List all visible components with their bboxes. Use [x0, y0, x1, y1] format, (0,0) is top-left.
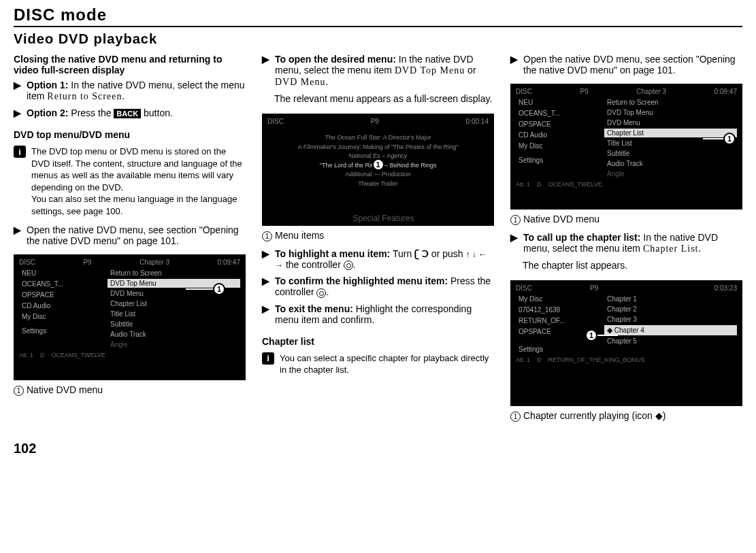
- highlight-text2: or push: [429, 248, 465, 259]
- confirm-bold: To confirm the highlighted menu item:: [275, 275, 448, 286]
- confirm-menu-step: ▶ To confirm the highlighted menu item: …: [262, 275, 494, 297]
- shot-right-item: Angle: [108, 340, 240, 349]
- caption-native-dvd: 1Native DVD menu: [14, 384, 246, 396]
- chapter-list-menu: Chapter List.: [643, 244, 702, 254]
- chapter-4-label: Chapter 4: [614, 326, 644, 334]
- step-marker-icon: ▶: [262, 54, 269, 88]
- step-marker-icon: ▶: [510, 232, 518, 254]
- menu-line: Additional — Production: [267, 170, 489, 180]
- menu-line: The Ocean Full Star: A Director's Major: [267, 133, 489, 143]
- caption-number-icon: 1: [510, 215, 521, 225]
- shot-right-item: Chapter 5: [604, 337, 737, 346]
- shot-right-item: DVD Menu: [604, 118, 737, 127]
- shot-left-item: [516, 152, 604, 154]
- shot-header-p9: P9: [590, 284, 598, 292]
- callout-line: [703, 138, 723, 139]
- caption-text: Chapter currently playing (icon ◆): [523, 410, 665, 421]
- screenshot-chapter-list: DISC P9 0:03:23 My Disc 070412_1638 RETU…: [510, 280, 742, 406]
- shot-header-p9: P9: [83, 258, 91, 266]
- option-2-text-end: button.: [141, 107, 173, 118]
- caption-text: Native DVD menu: [523, 214, 599, 224]
- info-text-1b: You can also set the menu language in th…: [31, 194, 237, 216]
- shot-footer: D: [537, 356, 542, 363]
- page-number: 102: [14, 441, 742, 456]
- callout-1-icon: 1: [723, 133, 736, 145]
- shot-footer: OCEANS_TWELVE: [548, 181, 602, 188]
- shot-header-chapter: Chapter 3: [636, 88, 666, 95]
- caption-text: Native DVD menu: [27, 384, 103, 395]
- page-subtitle: Video DVD playback: [14, 31, 742, 47]
- info-box-1: i The DVD top menu or DVD menu is stored…: [14, 146, 246, 217]
- option-2-step: ▶ Option 2: Press the BACK button.: [14, 107, 246, 118]
- dvd-top-menu-heading: DVD top menu/DVD menu: [14, 129, 246, 140]
- page-title: DISC mode: [14, 5, 742, 27]
- highlight-text1: Turn: [390, 248, 414, 259]
- closing-heading: Closing the native DVD menu and returnin…: [14, 54, 246, 76]
- shot-footer: OCEANS_TWELVE: [52, 352, 105, 358]
- call-chapter-bold: To call up the chapter list:: [523, 232, 640, 243]
- step-marker-icon: ▶: [262, 303, 269, 325]
- screenshot-menu-items: DISC P9 0:00:14 The Ocean Full Star: A D…: [262, 114, 494, 226]
- shot-left-item: Settings: [516, 156, 604, 165]
- shot-right-item-highlighted: Chapter List: [604, 129, 737, 137]
- diamond-icon: ◆: [607, 326, 612, 334]
- shot-right-item: Chapter 1: [604, 295, 737, 303]
- shot-left-item: NEU: [516, 98, 604, 107]
- screenshot-native-dvd-menu-2: DISC P9 Chapter 3 0:09:47 NEU OCEANS_T..…: [510, 84, 742, 210]
- shot-header-disc: DISC: [516, 284, 532, 292]
- menu-line: Theater Trailer: [267, 180, 489, 189]
- caption-chapter-playing: 1Chapter currently playing (icon ◆): [510, 410, 742, 422]
- shot-right-item: Angle: [604, 169, 737, 178]
- callout-line: [186, 288, 213, 290]
- screenshot-native-dvd-menu-1: DISC P9 Chapter 3 0:09:47 NEU OCEANS_T..…: [14, 254, 246, 380]
- shot-header-p9: P9: [371, 118, 379, 125]
- shot-header-time: 0:03:23: [714, 284, 737, 292]
- shot-header-chapter: Chapter 3: [139, 258, 169, 266]
- highlight-text3: the controller: [283, 259, 344, 270]
- shot-footer: Att. 1: [516, 356, 530, 363]
- shot-left-item: RETURN_OF...: [516, 316, 604, 325]
- shot-left-item: OPSPACE: [19, 290, 108, 299]
- shot-footer: RETURN_OF_THE_KING_BONUS: [548, 356, 645, 363]
- open-native-text-col3: Open the native DVD menu, see section "O…: [523, 54, 742, 76]
- callout-1-icon: 1: [372, 158, 384, 171]
- shot-left-item: Settings: [516, 345, 604, 354]
- shot-left-item: Settings: [19, 326, 108, 335]
- callout-1-icon: 1: [585, 329, 597, 341]
- caption-text: Menu items: [275, 230, 324, 241]
- shot-right-item: Subtitle: [108, 320, 240, 329]
- shot-header-disc: DISC: [516, 88, 532, 95]
- chapter-list-heading: Chapter list: [262, 336, 494, 347]
- caption-number-icon: 1: [262, 231, 272, 241]
- shot-left-item: CD Audio: [516, 131, 604, 139]
- relevant-menu-text: The relevant menu appears as a full-scre…: [274, 93, 494, 104]
- open-desired-menu-step: ▶ To open the desired menu: In the nativ…: [262, 54, 494, 88]
- shot-right-item: Chapter List: [108, 299, 240, 308]
- open-native-text: Open the native DVD menu, see section "O…: [27, 224, 246, 246]
- step-marker-icon: ▶: [510, 54, 518, 76]
- callout-line: [597, 335, 618, 336]
- shot-footer: D: [40, 352, 45, 358]
- controller-circle-icon: [316, 288, 326, 298]
- step-marker-icon: ▶: [262, 248, 269, 270]
- shot-header-disc: DISC: [267, 118, 284, 125]
- shot-left-item: NEU: [19, 269, 108, 278]
- shot-footer: D: [537, 181, 542, 188]
- option-1-label: Option 1:: [27, 80, 68, 90]
- caption-number-icon: 1: [510, 412, 521, 422]
- caption-number-icon: 1: [14, 386, 24, 396]
- shot-right-item: Return to Screen: [108, 269, 240, 278]
- column-1: Closing the native DVD menu and returnin…: [14, 54, 246, 429]
- highlight-menu-step: ▶ To highlight a menu item: Turn ʗ Ɔ or …: [262, 248, 494, 270]
- caption-menu-items: 1Menu items: [262, 230, 494, 241]
- menu-line: A Filmmaker's Journey: Making of "The Pi…: [267, 143, 489, 152]
- shot-left-item: OPSPACE: [516, 120, 604, 129]
- special-features-label: Special Features: [267, 214, 499, 223]
- column-3: ▶ Open the native DVD menu, see section …: [510, 54, 742, 429]
- shot-right-item: Audio Track: [108, 330, 240, 339]
- open-desired-bold: To open the desired menu:: [275, 54, 396, 65]
- step-marker-icon: ▶: [14, 107, 21, 118]
- return-to-screen-menu: Return to Screen.: [47, 91, 125, 101]
- step-marker-icon: ▶: [262, 275, 269, 297]
- shot-left-item: 070412_1638: [516, 305, 604, 314]
